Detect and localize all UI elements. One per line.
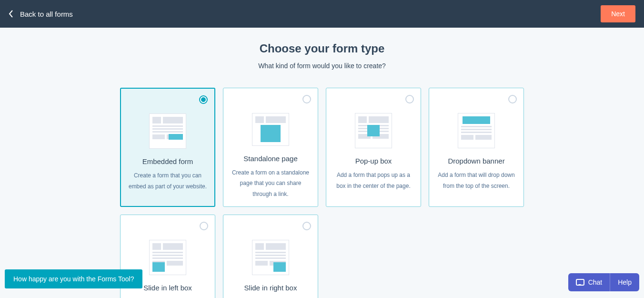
slide-left-illustration bbox=[149, 240, 186, 275]
form-type-card-embedded[interactable]: Embedded form Create a form that you can… bbox=[120, 88, 215, 207]
next-button[interactable]: Next bbox=[601, 5, 635, 22]
embedded-illustration bbox=[149, 113, 186, 149]
dropdown-illustration bbox=[458, 113, 495, 148]
header-bar: Back to all forms Next bbox=[0, 0, 644, 28]
radio-indicator bbox=[302, 222, 311, 230]
form-type-card-slide-right[interactable]: Slide in right box bbox=[223, 215, 318, 298]
card-title: Slide in right box bbox=[244, 284, 297, 292]
back-label: Back to all forms bbox=[20, 10, 73, 18]
form-type-card-standalone[interactable]: Standalone page Create a form on a stand… bbox=[223, 88, 318, 207]
card-title: Embedded form bbox=[142, 157, 193, 165]
chevron-left-icon bbox=[9, 10, 13, 18]
help-label: Help bbox=[618, 278, 632, 286]
card-desc: Add a form that will drop down from the … bbox=[436, 170, 517, 192]
page-title: Choose your form type bbox=[0, 42, 644, 55]
page-subtitle: What kind of form would you like to crea… bbox=[0, 62, 644, 70]
main-content: Choose your form type What kind of form … bbox=[0, 28, 644, 298]
card-title: Standalone page bbox=[243, 154, 297, 163]
form-type-grid: Embedded form Create a form that you can… bbox=[120, 88, 524, 298]
back-to-forms-link[interactable]: Back to all forms bbox=[9, 10, 73, 18]
card-desc: Add a form that pops up as a box in the … bbox=[333, 170, 414, 192]
help-widgets: Chat Help bbox=[568, 273, 639, 291]
card-title: Dropdown banner bbox=[448, 157, 504, 165]
radio-indicator bbox=[405, 95, 414, 103]
form-type-card-popup[interactable]: Pop-up box Add a form that pops up as a … bbox=[326, 88, 421, 207]
chat-label: Chat bbox=[588, 278, 603, 286]
card-desc: Create a form on a standalone page that … bbox=[230, 167, 311, 200]
chat-button[interactable]: Chat bbox=[568, 273, 610, 291]
chat-icon bbox=[576, 279, 584, 286]
standalone-illustration bbox=[252, 113, 289, 146]
card-desc: Create a form that you can embed as part… bbox=[128, 170, 208, 192]
survey-prompt[interactable]: How happy are you with the Forms Tool? bbox=[5, 269, 142, 288]
card-title: Slide in left box bbox=[143, 284, 192, 292]
popup-illustration bbox=[355, 113, 392, 148]
radio-indicator bbox=[302, 95, 311, 103]
radio-indicator bbox=[199, 95, 208, 104]
radio-indicator bbox=[508, 95, 517, 103]
help-button[interactable]: Help bbox=[610, 273, 639, 291]
radio-indicator bbox=[200, 222, 208, 230]
form-type-card-dropdown[interactable]: Dropdown banner Add a form that will dro… bbox=[429, 88, 524, 207]
slide-right-illustration bbox=[252, 240, 289, 275]
card-title: Pop-up box bbox=[355, 157, 392, 165]
